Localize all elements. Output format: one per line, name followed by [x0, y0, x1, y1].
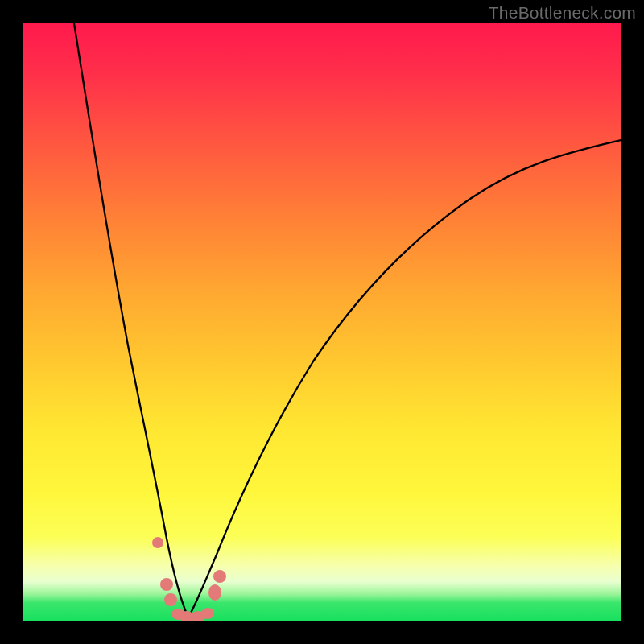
- plot-area: [23, 23, 621, 621]
- marker-right-low: [208, 584, 221, 601]
- marker-left-mid: [160, 578, 173, 591]
- chart-frame: TheBottleneck.com: [0, 0, 644, 644]
- marker-bottom-4: [201, 608, 214, 619]
- curve-svg: [23, 23, 621, 621]
- curve-right-branch: [188, 140, 621, 617]
- marker-left-low: [164, 593, 177, 606]
- attribution-text: TheBottleneck.com: [489, 3, 636, 23]
- marker-right-up: [213, 570, 226, 583]
- marker-left-upper: [152, 537, 163, 548]
- marker-group: [152, 537, 226, 621]
- curve-left-branch: [74, 23, 188, 617]
